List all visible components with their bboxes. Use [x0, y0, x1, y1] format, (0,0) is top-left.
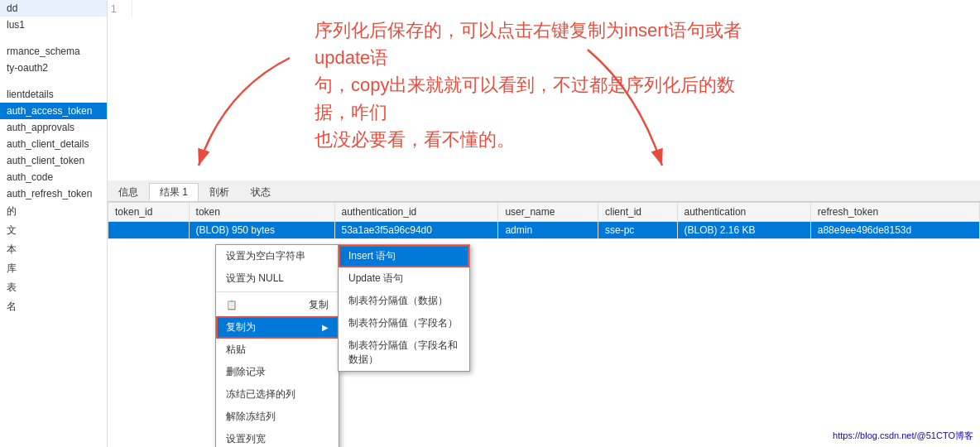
cell-refresh-token: a88e9ee496de8153d	[810, 222, 979, 239]
sidebar-item-biao[interactable]: 表	[0, 278, 107, 297]
submenu-item-insert[interactable]: Insert 语句	[339, 245, 469, 267]
col-token: token	[189, 203, 334, 222]
bottom-link[interactable]: https://blog.csdn.net/@51CTO博客	[833, 430, 973, 442]
context-menu-set-empty[interactable]: 设置为空白字符串	[216, 245, 339, 267]
table-row[interactable]: (BLOB) 950 bytes 53a1ae3f5a96c94d0 admin…	[108, 222, 980, 239]
tab-result1[interactable]: 结果 1	[149, 183, 199, 201]
data-table: token_id token authentication_id user_na…	[108, 202, 980, 239]
sidebar-item-dd[interactable]: dd	[0, 0, 107, 17]
cell-authentication-id: 53a1ae3f5a96c94d0	[334, 222, 498, 239]
sidebar-item-auth-code[interactable]: auth_code	[0, 169, 107, 185]
context-menu-paste[interactable]: 粘贴	[216, 339, 339, 361]
sidebar-item-empty1	[0, 33, 107, 43]
submenu: Insert 语句 Update 语句 制表符分隔值（数据） 制表符分隔值（字段…	[338, 244, 470, 372]
sidebar-item-ben[interactable]: 本	[0, 240, 107, 259]
col-authentication: authentication	[677, 203, 810, 222]
submenu-item-tab-fields[interactable]: 制表符分隔值（字段名）	[339, 312, 469, 334]
col-client-id: client_id	[598, 203, 677, 222]
cell-user-name: admin	[498, 222, 598, 239]
context-menu-set-col-width[interactable]: 设置列宽	[216, 428, 339, 447]
sidebar-item-clientdetails[interactable]: lientdetails	[0, 86, 107, 103]
tab-status[interactable]: 状态	[240, 183, 281, 201]
copy-icon: 📋	[226, 300, 238, 310]
context-menu-unfreeze-col[interactable]: 解除冻结列	[216, 406, 339, 428]
sidebar-item-auth-access-token[interactable]: auth_access_token	[0, 103, 107, 119]
line-number-1: 1	[111, 3, 117, 15]
sidebar-item-ming[interactable]: 名	[0, 297, 107, 316]
submenu-item-tab-data[interactable]: 制表符分隔值（数据）	[339, 290, 469, 312]
cell-client-id: sse-pc	[598, 222, 677, 239]
sidebar-item-performance-schema[interactable]: rmance_schema	[0, 43, 107, 60]
col-authentication-id: authentication_id	[334, 203, 498, 222]
context-menu: 设置为空白字符串 设置为 NULL 📋 复制 复制为 ▶ 粘贴 删除记录 冻结已…	[215, 244, 339, 447]
sidebar-item-ty-oauth2[interactable]: ty-oauth2	[0, 60, 107, 76]
tab-info[interactable]: 信息	[108, 183, 149, 201]
annotation-text: 序列化后保存的，可以点击右键复制为insert语句或者update语 句，cop…	[315, 17, 770, 153]
context-menu-copy-as[interactable]: 复制为 ▶	[216, 316, 339, 339]
submenu-arrow-icon: ▶	[322, 323, 329, 332]
context-menu-freeze-col[interactable]: 冻结已选择的列	[216, 383, 339, 406]
arrow-left	[157, 50, 306, 182]
context-menu-set-null[interactable]: 设置为 NULL	[216, 267, 339, 290]
cell-token-id	[108, 222, 190, 239]
context-menu-divider-1	[216, 291, 339, 292]
sidebar-item-auth-refresh-token[interactable]: auth_refresh_token	[0, 185, 107, 202]
sidebar-item-ku[interactable]: 库	[0, 259, 107, 278]
context-menu-delete-record[interactable]: 删除记录	[216, 361, 339, 383]
sidebar-item-empty2	[0, 76, 107, 86]
tab-bar: 信息 结果 1 剖析 状态	[108, 180, 980, 202]
sidebar-item-wen[interactable]: 文	[0, 221, 107, 240]
cell-token: (BLOB) 950 bytes	[189, 222, 334, 239]
col-user-name: user_name	[498, 203, 598, 222]
cell-authentication: (BLOB) 2.16 KB	[677, 222, 810, 239]
sidebar-item-auth-approvals[interactable]: auth_approvals	[0, 119, 107, 136]
sidebar-item-lus1[interactable]: lus1	[0, 17, 107, 33]
col-token-id: token_id	[108, 203, 190, 222]
main-content: 1 序列化后保存的，可以点击右键复制为insert语句或者update语 句，c…	[108, 0, 980, 447]
sidebar-item-auth-client-details[interactable]: auth_client_details	[0, 136, 107, 152]
context-menu-copy[interactable]: 📋 复制	[216, 294, 339, 316]
col-refresh-token: refresh_token	[810, 203, 979, 222]
sidebar-item-auth-client-token[interactable]: auth_client_token	[0, 152, 107, 169]
submenu-item-tab-both[interactable]: 制表符分隔值（字段名和数据）	[339, 334, 469, 371]
annotation-area: 序列化后保存的，可以点击右键复制为insert语句或者update语 句，cop…	[132, 0, 980, 182]
sidebar: dd lus1 rmance_schema ty-oauth2 lientdet…	[0, 0, 108, 447]
sidebar-item-de[interactable]: 的	[0, 202, 107, 221]
tab-profiling[interactable]: 剖析	[199, 183, 240, 201]
table-header-row: token_id token authentication_id user_na…	[108, 203, 980, 222]
line-numbers: 1	[108, 0, 132, 18]
submenu-item-update[interactable]: Update 语句	[339, 267, 469, 290]
